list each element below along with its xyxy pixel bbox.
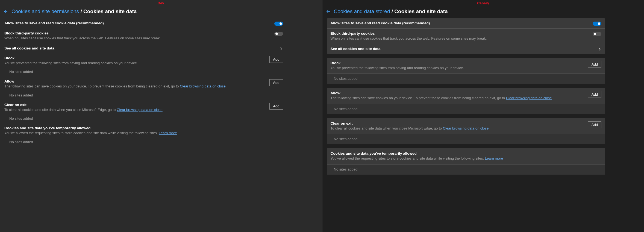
block-section-title: Block (4, 56, 266, 60)
breadcrumb: Cookies and site permissions / Cookies a… (11, 8, 137, 14)
back-arrow-icon[interactable] (3, 9, 8, 14)
block-add-button[interactable]: Add (588, 61, 601, 68)
chevron-right-icon (279, 47, 283, 51)
block-section-title: Block (331, 61, 585, 65)
clear-exit-card: Clear on exit To clear all cookies and s… (327, 118, 605, 145)
allow-add-button[interactable]: Add (588, 91, 601, 98)
settings-content: Allow sites to save and read cookie data… (3, 18, 319, 147)
allow-section-title: Allow (331, 91, 585, 95)
temp-allowed-desc: You've allowed the requesting sites to s… (331, 156, 598, 161)
temp-allowed-section-header: Cookies and site data you've temporarily… (4, 123, 283, 138)
allow-sites-toggle[interactable] (593, 22, 601, 26)
allow-section-header: Allow The following sites can save cooki… (327, 88, 605, 104)
temp-allowed-card: Cookies and site data you've temporarily… (327, 148, 605, 175)
allow-sites-title: Allow sites to save and read cookie data… (4, 21, 271, 25)
allow-sites-row: Allow sites to save and read cookie data… (327, 18, 605, 28)
block-empty-message: No sites added (4, 68, 283, 77)
clear-exit-desc: To clear all cookies and site data when … (4, 107, 266, 112)
clear-exit-empty-message: No sites added (327, 134, 605, 144)
breadcrumb-parent-link[interactable]: Cookies and data stored (334, 8, 390, 14)
chevron-right-icon (598, 47, 601, 51)
block-third-party-desc: When on, sites can't use cookies that tr… (4, 36, 271, 41)
clear-exit-empty-message: No sites added (4, 115, 283, 123)
block-section-desc: You've prevented the following sites fro… (331, 66, 585, 71)
temp-allowed-title: Cookies and site data you've temporarily… (331, 151, 598, 155)
clear-exit-add-button[interactable]: Add (269, 103, 283, 110)
clear-exit-title: Clear on exit (331, 121, 585, 125)
see-all-cookies-row[interactable]: See all cookies and site data (4, 43, 283, 53)
page-title: Cookies and site data (394, 8, 448, 14)
block-section-header: Block You've prevented the following sit… (4, 53, 283, 68)
see-all-cookies-row[interactable]: See all cookies and site data (327, 44, 605, 54)
see-all-cookies-title: See all cookies and site data (331, 47, 595, 51)
clear-browsing-data-link[interactable]: Clear browsing data on close (443, 126, 489, 130)
allow-sites-toggle[interactable] (274, 22, 283, 26)
allow-add-button[interactable]: Add (269, 79, 283, 86)
block-third-party-toggle[interactable] (274, 32, 283, 36)
allow-sites-title: Allow sites to save and read cookie data… (331, 21, 590, 25)
block-section-desc: You've prevented the following sites fro… (4, 61, 266, 66)
allow-card: Allow The following sites can save cooki… (327, 88, 605, 114)
page-header: Cookies and data stored / Cookies and si… (326, 6, 641, 18)
clear-exit-desc: To clear all cookies and site data when … (331, 126, 585, 131)
clear-exit-title: Clear on exit (4, 103, 266, 107)
page-header: Cookies and site permissions / Cookies a… (3, 6, 319, 18)
clear-exit-section-header: Clear on exit To clear all cookies and s… (327, 118, 605, 134)
see-all-cookies-title: See all cookies and site data (4, 46, 276, 50)
breadcrumb-separator: / (392, 8, 395, 14)
variant-label-canary: Canary (326, 0, 641, 6)
clear-exit-section-header: Clear on exit To clear all cookies and s… (4, 100, 283, 115)
clear-exit-add-button[interactable]: Add (588, 121, 601, 128)
allow-empty-message: No sites added (327, 104, 605, 114)
block-third-party-title: Block third-party cookies (331, 31, 590, 36)
temp-allowed-empty-message: No sites added (327, 165, 605, 175)
block-third-party-toggle[interactable] (593, 32, 601, 36)
dev-pane: Dev Cookies and site permissions / Cooki… (0, 0, 322, 232)
learn-more-link[interactable]: Learn more (159, 131, 177, 135)
allow-section-header: Allow The following sites can save cooki… (4, 77, 283, 92)
variant-label-dev: Dev (3, 0, 319, 6)
block-third-party-row: Block third-party cookies When on, sites… (327, 29, 605, 44)
allow-section-desc: The following sites can save cookies on … (331, 96, 585, 101)
breadcrumb: Cookies and data stored / Cookies and si… (334, 8, 448, 14)
clear-browsing-data-link[interactable]: Clear browsing data on close (180, 84, 226, 88)
clear-browsing-data-link[interactable]: Clear browsing data on close (117, 108, 163, 112)
block-empty-message: No sites added (327, 74, 605, 84)
block-add-button[interactable]: Add (269, 56, 283, 63)
temp-allowed-title: Cookies and site data you've temporarily… (4, 126, 280, 130)
settings-content: Allow sites to save and read cookie data… (326, 18, 641, 175)
back-arrow-icon[interactable] (326, 9, 330, 14)
block-third-party-title: Block third-party cookies (4, 31, 271, 35)
clear-browsing-data-link[interactable]: Clear browsing data on close (506, 96, 552, 100)
allow-sites-row: Allow sites to save and read cookie data… (4, 18, 283, 28)
learn-more-link[interactable]: Learn more (485, 156, 503, 160)
temp-allowed-section-header: Cookies and site data you've temporarily… (327, 148, 605, 164)
block-card: Block You've prevented the following sit… (327, 58, 605, 84)
temp-allowed-desc: You've allowed the requesting sites to s… (4, 131, 280, 136)
temp-allowed-empty-message: No sites added (4, 138, 283, 147)
allow-section-title: Allow (4, 79, 266, 83)
canary-pane: Canary Cookies and data stored / Cookies… (322, 0, 644, 232)
page-title: Cookies and site data (83, 8, 137, 14)
allow-empty-message: No sites added (4, 92, 283, 100)
allow-section-desc: The following sites can save cookies on … (4, 84, 266, 89)
block-section-header: Block You've prevented the following sit… (327, 58, 605, 74)
block-third-party-row: Block third-party cookies When on, sites… (4, 28, 283, 43)
general-cookie-settings-card: Allow sites to save and read cookie data… (327, 18, 605, 54)
breadcrumb-parent-link[interactable]: Cookies and site permissions (11, 8, 79, 14)
breadcrumb-separator: / (80, 8, 83, 14)
block-third-party-desc: When on, sites can't use cookies that tr… (331, 36, 590, 41)
